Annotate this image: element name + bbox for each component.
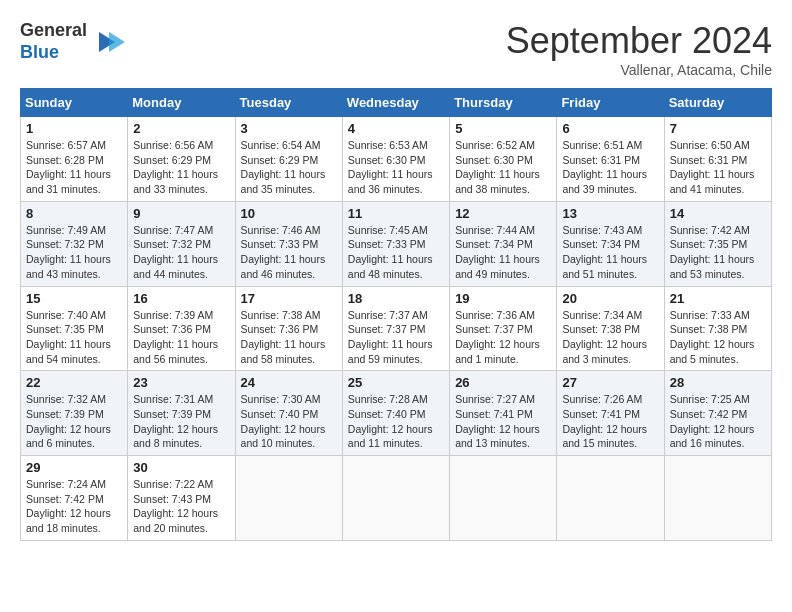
day-info: Sunrise: 7:42 AMSunset: 7:35 PMDaylight:…	[670, 223, 766, 282]
day-number: 27	[562, 375, 658, 390]
day-number: 28	[670, 375, 766, 390]
logo: General Blue	[20, 20, 125, 63]
svg-marker-1	[109, 32, 125, 52]
day-info: Sunrise: 7:26 AMSunset: 7:41 PMDaylight:…	[562, 392, 658, 451]
calendar-day-cell: 13Sunrise: 7:43 AMSunset: 7:34 PMDayligh…	[557, 201, 664, 286]
calendar-day-cell: 21Sunrise: 7:33 AMSunset: 7:38 PMDayligh…	[664, 286, 771, 371]
day-number: 19	[455, 291, 551, 306]
calendar-day-cell: 26Sunrise: 7:27 AMSunset: 7:41 PMDayligh…	[450, 371, 557, 456]
calendar-day-cell: 15Sunrise: 7:40 AMSunset: 7:35 PMDayligh…	[21, 286, 128, 371]
calendar-day-cell: 23Sunrise: 7:31 AMSunset: 7:39 PMDayligh…	[128, 371, 235, 456]
calendar-day-cell: 20Sunrise: 7:34 AMSunset: 7:38 PMDayligh…	[557, 286, 664, 371]
calendar-week-row: 29Sunrise: 7:24 AMSunset: 7:42 PMDayligh…	[21, 456, 772, 541]
day-info: Sunrise: 7:28 AMSunset: 7:40 PMDaylight:…	[348, 392, 444, 451]
day-number: 30	[133, 460, 229, 475]
day-number: 20	[562, 291, 658, 306]
page-header: General Blue September 2024 Vallenar, At…	[20, 20, 772, 78]
calendar-day-cell: 10Sunrise: 7:46 AMSunset: 7:33 PMDayligh…	[235, 201, 342, 286]
calendar-week-row: 22Sunrise: 7:32 AMSunset: 7:39 PMDayligh…	[21, 371, 772, 456]
calendar-day-cell: 6Sunrise: 6:51 AMSunset: 6:31 PMDaylight…	[557, 117, 664, 202]
day-info: Sunrise: 7:25 AMSunset: 7:42 PMDaylight:…	[670, 392, 766, 451]
calendar-day-cell: 4Sunrise: 6:53 AMSunset: 6:30 PMDaylight…	[342, 117, 449, 202]
calendar-week-row: 1Sunrise: 6:57 AMSunset: 6:28 PMDaylight…	[21, 117, 772, 202]
logo-blue: Blue	[20, 42, 59, 62]
day-info: Sunrise: 6:50 AMSunset: 6:31 PMDaylight:…	[670, 138, 766, 197]
title-block: September 2024 Vallenar, Atacama, Chile	[506, 20, 772, 78]
day-number: 14	[670, 206, 766, 221]
day-info: Sunrise: 7:45 AMSunset: 7:33 PMDaylight:…	[348, 223, 444, 282]
day-number: 11	[348, 206, 444, 221]
calendar-day-cell: 2Sunrise: 6:56 AMSunset: 6:29 PMDaylight…	[128, 117, 235, 202]
location-subtitle: Vallenar, Atacama, Chile	[506, 62, 772, 78]
day-number: 25	[348, 375, 444, 390]
day-info: Sunrise: 7:37 AMSunset: 7:37 PMDaylight:…	[348, 308, 444, 367]
day-info: Sunrise: 7:40 AMSunset: 7:35 PMDaylight:…	[26, 308, 122, 367]
day-number: 8	[26, 206, 122, 221]
day-number: 5	[455, 121, 551, 136]
day-info: Sunrise: 7:36 AMSunset: 7:37 PMDaylight:…	[455, 308, 551, 367]
day-number: 29	[26, 460, 122, 475]
day-number: 2	[133, 121, 229, 136]
calendar-day-cell: 17Sunrise: 7:38 AMSunset: 7:36 PMDayligh…	[235, 286, 342, 371]
calendar-day-cell	[557, 456, 664, 541]
calendar-day-cell: 16Sunrise: 7:39 AMSunset: 7:36 PMDayligh…	[128, 286, 235, 371]
calendar-day-cell: 9Sunrise: 7:47 AMSunset: 7:32 PMDaylight…	[128, 201, 235, 286]
day-info: Sunrise: 7:39 AMSunset: 7:36 PMDaylight:…	[133, 308, 229, 367]
day-number: 22	[26, 375, 122, 390]
day-number: 24	[241, 375, 337, 390]
weekday-header: Sunday	[21, 89, 128, 117]
day-number: 1	[26, 121, 122, 136]
day-number: 18	[348, 291, 444, 306]
day-number: 13	[562, 206, 658, 221]
calendar-day-cell: 29Sunrise: 7:24 AMSunset: 7:42 PMDayligh…	[21, 456, 128, 541]
logo-general: General	[20, 20, 87, 40]
calendar-header-row: SundayMondayTuesdayWednesdayThursdayFrid…	[21, 89, 772, 117]
calendar-day-cell: 19Sunrise: 7:36 AMSunset: 7:37 PMDayligh…	[450, 286, 557, 371]
calendar-day-cell: 3Sunrise: 6:54 AMSunset: 6:29 PMDaylight…	[235, 117, 342, 202]
day-info: Sunrise: 7:22 AMSunset: 7:43 PMDaylight:…	[133, 477, 229, 536]
day-info: Sunrise: 7:49 AMSunset: 7:32 PMDaylight:…	[26, 223, 122, 282]
weekday-header: Tuesday	[235, 89, 342, 117]
day-number: 26	[455, 375, 551, 390]
day-info: Sunrise: 7:31 AMSunset: 7:39 PMDaylight:…	[133, 392, 229, 451]
weekday-header: Saturday	[664, 89, 771, 117]
month-title: September 2024	[506, 20, 772, 62]
calendar-day-cell: 12Sunrise: 7:44 AMSunset: 7:34 PMDayligh…	[450, 201, 557, 286]
day-info: Sunrise: 6:51 AMSunset: 6:31 PMDaylight:…	[562, 138, 658, 197]
calendar-day-cell: 24Sunrise: 7:30 AMSunset: 7:40 PMDayligh…	[235, 371, 342, 456]
day-number: 9	[133, 206, 229, 221]
day-info: Sunrise: 7:27 AMSunset: 7:41 PMDaylight:…	[455, 392, 551, 451]
weekday-header: Friday	[557, 89, 664, 117]
calendar-day-cell: 11Sunrise: 7:45 AMSunset: 7:33 PMDayligh…	[342, 201, 449, 286]
day-number: 17	[241, 291, 337, 306]
day-number: 15	[26, 291, 122, 306]
day-info: Sunrise: 7:44 AMSunset: 7:34 PMDaylight:…	[455, 223, 551, 282]
weekday-header: Wednesday	[342, 89, 449, 117]
day-info: Sunrise: 6:56 AMSunset: 6:29 PMDaylight:…	[133, 138, 229, 197]
day-number: 21	[670, 291, 766, 306]
calendar-day-cell	[450, 456, 557, 541]
day-info: Sunrise: 7:32 AMSunset: 7:39 PMDaylight:…	[26, 392, 122, 451]
day-info: Sunrise: 6:53 AMSunset: 6:30 PMDaylight:…	[348, 138, 444, 197]
weekday-header: Monday	[128, 89, 235, 117]
calendar-day-cell	[342, 456, 449, 541]
day-number: 23	[133, 375, 229, 390]
logo-text: General Blue	[20, 20, 87, 63]
calendar-day-cell: 25Sunrise: 7:28 AMSunset: 7:40 PMDayligh…	[342, 371, 449, 456]
calendar-day-cell: 14Sunrise: 7:42 AMSunset: 7:35 PMDayligh…	[664, 201, 771, 286]
weekday-header: Thursday	[450, 89, 557, 117]
calendar-week-row: 8Sunrise: 7:49 AMSunset: 7:32 PMDaylight…	[21, 201, 772, 286]
calendar-day-cell: 8Sunrise: 7:49 AMSunset: 7:32 PMDaylight…	[21, 201, 128, 286]
day-info: Sunrise: 6:54 AMSunset: 6:29 PMDaylight:…	[241, 138, 337, 197]
day-info: Sunrise: 7:34 AMSunset: 7:38 PMDaylight:…	[562, 308, 658, 367]
day-info: Sunrise: 7:43 AMSunset: 7:34 PMDaylight:…	[562, 223, 658, 282]
calendar-day-cell: 5Sunrise: 6:52 AMSunset: 6:30 PMDaylight…	[450, 117, 557, 202]
day-info: Sunrise: 7:46 AMSunset: 7:33 PMDaylight:…	[241, 223, 337, 282]
calendar-table: SundayMondayTuesdayWednesdayThursdayFrid…	[20, 88, 772, 541]
calendar-week-row: 15Sunrise: 7:40 AMSunset: 7:35 PMDayligh…	[21, 286, 772, 371]
day-number: 6	[562, 121, 658, 136]
day-info: Sunrise: 6:57 AMSunset: 6:28 PMDaylight:…	[26, 138, 122, 197]
day-info: Sunrise: 7:30 AMSunset: 7:40 PMDaylight:…	[241, 392, 337, 451]
day-number: 4	[348, 121, 444, 136]
day-number: 16	[133, 291, 229, 306]
